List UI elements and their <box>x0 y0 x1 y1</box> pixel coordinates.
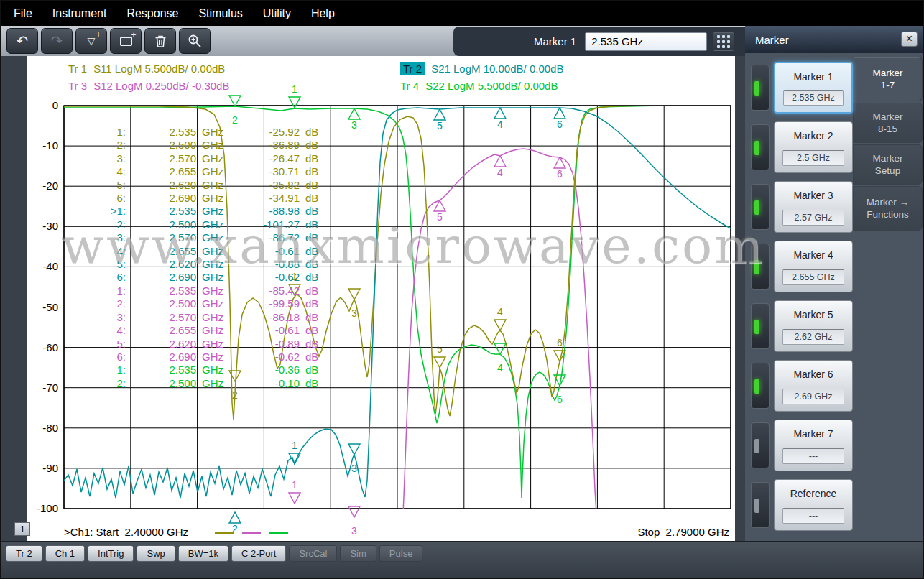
zoom-button[interactable] <box>179 28 211 54</box>
marker-triangle-3[interactable] <box>348 444 360 455</box>
button-marker-4[interactable]: Marker 42.655 GHz <box>774 241 853 292</box>
marker-number: 4 <box>497 362 503 374</box>
trace-tag[interactable]: Tr 4 <box>400 80 419 92</box>
marker-triangle-1[interactable] <box>289 493 300 504</box>
trace-legend-tr-3[interactable]: Tr 3S12 LogM 0.250dB/ -0.30dB <box>68 80 229 92</box>
menu-item-stimulus[interactable]: Stimulus <box>188 1 252 26</box>
marker-button-value: --- <box>782 448 844 464</box>
marker-number: 4 <box>497 306 503 318</box>
marker-number: 6 <box>557 119 563 130</box>
marker-triangle-3[interactable] <box>348 289 360 300</box>
keypad-button[interactable] <box>713 32 734 51</box>
menu-item-instrument[interactable]: Instrument <box>42 1 117 26</box>
marker-triangle-2[interactable] <box>229 96 241 106</box>
marker-triangle-4[interactable] <box>494 343 506 354</box>
svg-text:-20: -20 <box>42 180 58 192</box>
trace-tag[interactable]: Tr 2 <box>400 62 425 75</box>
button-marker-3[interactable]: Marker 32.57 GHz <box>774 181 853 233</box>
marker-button-value: 2.69 GHz <box>782 389 844 404</box>
marker-triangle-4[interactable] <box>494 108 506 119</box>
close-button[interactable]: × <box>901 32 918 47</box>
marker-button-label: Marker 7 <box>775 428 852 440</box>
active-marker-toolbar: Marker 1 <box>453 27 745 56</box>
undo-icon: ↶ <box>17 34 29 48</box>
marker-readout-row: 1:2.535GHz-85.42dB <box>86 284 318 297</box>
trace-tag[interactable]: Tr 3 <box>68 80 87 92</box>
stimulus-row: >Ch1: Start 2.40000 GHz Stop 2.79000 GHz <box>27 524 735 541</box>
tab-marker-functions[interactable]: Marker →Functions <box>853 186 923 231</box>
trace-legend-tr-2[interactable]: Tr 2S21 LogM 10.00dB/ 0.00dB <box>400 62 563 75</box>
marker-triangle-3[interactable] <box>348 108 360 119</box>
menu-item-response[interactable]: Response <box>116 1 188 26</box>
button-marker-1[interactable]: Marker 12.535 GHz <box>774 62 853 114</box>
button-marker-2[interactable]: Marker 22.5 GHz <box>774 121 853 173</box>
marker-triangle-5[interactable] <box>434 357 445 368</box>
led-indicator <box>754 200 759 215</box>
button-reference[interactable]: Reference--- <box>774 479 853 531</box>
button-marker-7[interactable]: Marker 7--- <box>774 420 853 471</box>
trace-dash-indicator <box>215 532 234 534</box>
trace-format-label: S12 LogM 0.250dB/ -0.30dB <box>93 80 229 92</box>
trace-legend-tr-4[interactable]: Tr 4S22 LogM 5.500dB/ 0.00dB <box>400 80 558 92</box>
delete-button[interactable] <box>144 28 176 54</box>
button-marker-6[interactable]: Marker 62.69 GHz <box>774 360 853 412</box>
marker-enable-key-marker-5[interactable] <box>751 303 770 349</box>
tab-marker-8-15[interactable]: Marker8-15 <box>853 103 923 143</box>
marker-triangle-5[interactable] <box>434 109 445 120</box>
status-srccal[interactable]: SrcCal <box>289 545 337 562</box>
marker-enable-key-marker-1[interactable] <box>751 65 770 111</box>
redo-button[interactable]: ↷ <box>41 28 73 54</box>
led-indicator <box>754 81 759 96</box>
status-tr-2[interactable]: Tr 2 <box>6 545 42 562</box>
status-c-2-port[interactable]: C 2-Port <box>231 545 286 562</box>
trace-format-label: S22 LogM 5.500dB/ 0.00dB <box>425 80 558 92</box>
marker-enable-key-marker-4[interactable] <box>751 244 770 290</box>
capture-button[interactable]: + <box>110 28 142 54</box>
menu-item-help[interactable]: Help <box>301 1 345 26</box>
marker-enable-key-reference[interactable] <box>751 482 770 528</box>
marker-panel-title: Marker <box>755 34 789 46</box>
trace-legend-tr-1[interactable]: Tr 1S11 LogM 5.500dB/ 0.00dB <box>68 62 225 75</box>
status-inttrig[interactable]: IntTrig <box>88 545 134 562</box>
led-indicator <box>754 499 759 513</box>
marker-panel-titlebar: Marker × <box>745 26 924 53</box>
marker-number: 5 <box>437 211 443 223</box>
button-marker-5[interactable]: Marker 52.62 GHz <box>774 300 853 352</box>
keypad-icon <box>717 35 730 48</box>
marker-enable-key-marker-2[interactable] <box>751 124 770 170</box>
marker-enable-key-marker-7[interactable] <box>751 422 770 468</box>
led-indicator <box>754 320 759 334</box>
marker-triangle-4[interactable] <box>494 320 506 330</box>
tab-marker-1-7[interactable]: Marker1-7 <box>853 57 923 101</box>
trash-icon <box>154 34 167 48</box>
trace-dash-indicator <box>242 532 261 534</box>
status-ch-1[interactable]: Ch 1 <box>45 545 85 562</box>
marker-enable-key-marker-3[interactable] <box>751 184 770 230</box>
status-swp[interactable]: Swp <box>137 545 175 562</box>
channel-badge[interactable]: 1 <box>14 522 30 536</box>
marker-button-value: 2.535 GHz <box>783 90 844 106</box>
marker-number: 4 <box>497 119 503 130</box>
marker-triangle-6[interactable] <box>554 108 565 119</box>
marker-frequency-input[interactable] <box>585 32 707 51</box>
status-bw-1k[interactable]: BW=1k <box>178 545 228 562</box>
status-sim[interactable]: Sim <box>340 545 376 562</box>
undo-button[interactable]: ↶ <box>6 28 38 54</box>
tab-marker-setup[interactable]: MarkerSetup <box>853 144 923 185</box>
svg-text:-80: -80 <box>42 422 58 434</box>
marker-triangle-4[interactable] <box>494 156 506 167</box>
plot-area[interactable]: 0-10-20-30-40-50-60-70-80-90-10012345612… <box>27 56 735 541</box>
vna-application-window: FileInstrumentResponseStimulusUtilityHel… <box>0 0 924 579</box>
status-pulse[interactable]: Pulse <box>379 545 423 562</box>
trace-tag[interactable]: Tr 1 <box>68 62 87 75</box>
marker-readout-row: 5:2.620GHz-0.89dB <box>86 338 318 351</box>
add-marker-button[interactable]: ▽+ <box>75 28 107 54</box>
marker-number: 1 <box>292 83 297 95</box>
marker-triangle-3[interactable] <box>348 506 360 517</box>
marker-readout-row: 4:2.655GHz-0.61dB <box>86 245 318 258</box>
marker-triangle-1[interactable] <box>289 97 300 108</box>
marker-triangle-2[interactable] <box>229 512 241 523</box>
menu-item-utility[interactable]: Utility <box>253 1 301 26</box>
menu-item-file[interactable]: File <box>4 1 42 26</box>
marker-enable-key-marker-6[interactable] <box>751 363 770 409</box>
